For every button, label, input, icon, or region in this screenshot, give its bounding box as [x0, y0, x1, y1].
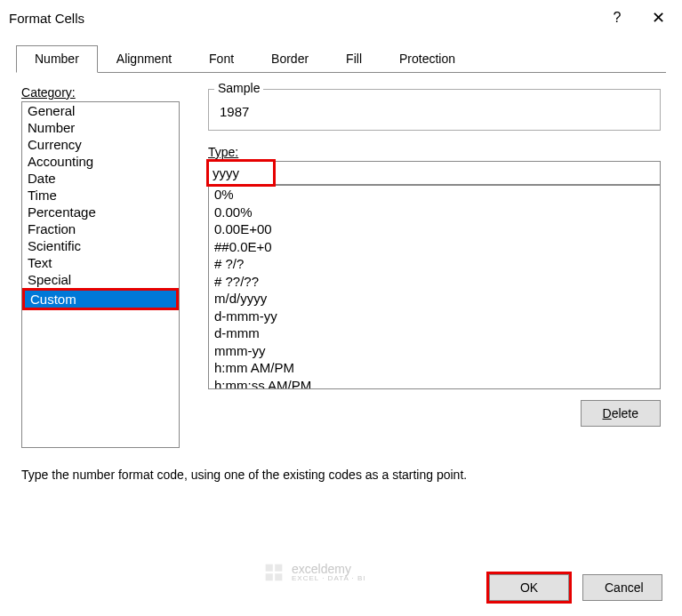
format-item[interactable]: m/d/yyyy — [209, 290, 660, 308]
tab-number[interactable]: Number — [16, 45, 98, 73]
delete-button[interactable]: Delete — [581, 400, 661, 427]
tab-protection[interactable]: Protection — [381, 45, 474, 73]
tab-border[interactable]: Border — [253, 45, 327, 73]
cancel-button[interactable]: Cancel — [582, 574, 662, 601]
hint-text: Type the number format code, using one o… — [21, 468, 661, 482]
category-item-number[interactable]: Number — [22, 119, 179, 136]
format-item[interactable]: h:mm:ss AM/PM — [209, 377, 660, 390]
format-item[interactable]: 0% — [209, 186, 660, 204]
category-item-percentage[interactable]: Percentage — [22, 204, 179, 220]
category-item-special[interactable]: Special — [22, 271, 179, 288]
category-item-date[interactable]: Date — [22, 170, 179, 187]
watermark-icon — [261, 560, 286, 585]
titlebar: Format Cells ? ✕ — [0, 0, 682, 36]
category-item-custom[interactable]: Custom — [22, 288, 179, 310]
titlebar-buttons: ? ✕ — [597, 0, 678, 36]
category-item-text[interactable]: Text — [22, 254, 179, 271]
tab-bar: Number Alignment Font Border Fill Protec… — [16, 44, 666, 73]
format-item[interactable]: # ?/? — [209, 255, 660, 273]
sample-group: Sample 1987 — [208, 89, 661, 131]
category-item-scientific[interactable]: Scientific — [22, 237, 179, 254]
format-item[interactable]: mmm-yy — [209, 342, 660, 360]
close-button[interactable]: ✕ — [638, 0, 678, 36]
category-item-accounting[interactable]: Accounting — [22, 153, 179, 170]
type-input[interactable]: yyyy — [208, 161, 661, 185]
category-item-time[interactable]: Time — [22, 187, 179, 204]
tab-content: Category: General Number Currency Accoun… — [0, 73, 682, 494]
type-label: Type: — [208, 145, 661, 159]
ok-button[interactable]: OK — [489, 574, 569, 601]
category-listbox[interactable]: General Number Currency Accounting Date … — [21, 101, 180, 448]
dialog-footer: OK Cancel — [486, 572, 662, 604]
watermark-subtitle: EXCEL · DATA · BI — [292, 575, 366, 582]
tab-fill[interactable]: Fill — [327, 45, 381, 73]
category-item-fraction[interactable]: Fraction — [22, 220, 179, 237]
dialog-title: Format Cells — [9, 11, 597, 26]
category-item-general[interactable]: General — [22, 102, 179, 119]
delete-row: Delete — [208, 400, 661, 427]
watermark: exceldemy EXCEL · DATA · BI — [261, 560, 366, 585]
format-item[interactable]: # ??/?? — [209, 273, 660, 291]
format-item[interactable]: 0.00% — [209, 204, 660, 221]
tab-alignment[interactable]: Alignment — [98, 45, 190, 73]
format-item[interactable]: 0.00E+00 — [209, 220, 660, 238]
tab-font[interactable]: Font — [190, 45, 253, 73]
format-cells-dialog: Format Cells ? ✕ Number Alignment Font B… — [0, 0, 682, 616]
ok-highlight: OK — [486, 572, 572, 604]
help-button[interactable]: ? — [597, 0, 638, 36]
sample-label: Sample — [214, 81, 263, 95]
type-input-value: yyyy — [213, 165, 239, 180]
watermark-title: exceldemy — [292, 563, 366, 575]
category-item-currency[interactable]: Currency — [22, 136, 179, 153]
category-label: Category: — [21, 85, 180, 100]
format-item[interactable]: d-mmm-yy — [209, 308, 660, 325]
format-item[interactable]: ##0.0E+0 — [209, 238, 660, 256]
format-item[interactable]: h:mm AM/PM — [209, 359, 660, 377]
format-item[interactable]: d-mmm — [209, 324, 660, 342]
format-listbox[interactable]: 0% 0.00% 0.00E+00 ##0.0E+0 # ?/? # ??/??… — [208, 185, 661, 389]
sample-value: 1987 — [218, 99, 651, 121]
